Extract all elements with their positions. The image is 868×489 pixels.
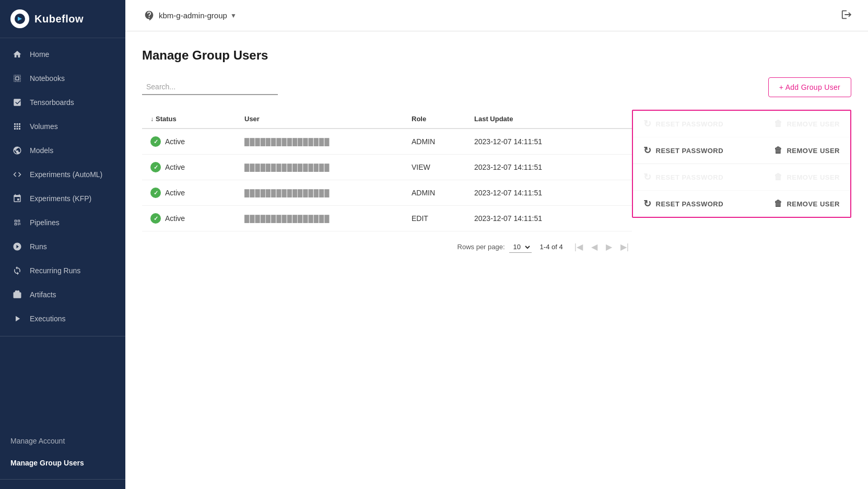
search-input[interactable] (142, 79, 278, 95)
remove-user-label: REMOVE USER (787, 200, 840, 208)
trash-icon: 🗑 (774, 119, 783, 129)
reset-password-button[interactable]: ↻ RESET PASSWORD (643, 198, 723, 209)
status-dot (150, 188, 161, 198)
reset-password-button: ↻ RESET PASSWORD (643, 118, 723, 130)
last-update-cell: 2023-12-07 14:11:51 (466, 206, 632, 231)
action-row: ↻ RESET PASSWORD 🗑 REMOVE USER (633, 191, 850, 217)
user-email: ████████████████ (244, 164, 330, 171)
last-update-value: 2023-12-07 14:11:51 (474, 163, 542, 171)
sidebar-item-artifacts[interactable]: Artifacts (0, 283, 125, 307)
actions-panel: ↻ RESET PASSWORD 🗑 REMOVE USER ↻ RESET P… (632, 110, 851, 218)
sidebar-item-runs-label: Runs (30, 242, 47, 251)
sidebar-item-pipelines[interactable]: Pipelines (0, 211, 125, 235)
sidebar-item-models-label: Models (30, 146, 53, 155)
remove-user-label: REMOVE USER (787, 173, 840, 181)
remove-user-label: REMOVE USER (787, 120, 840, 128)
sidebar-item-manage-account[interactable]: Manage Account (0, 430, 125, 452)
status-cell: Active (142, 206, 236, 231)
reset-password-button[interactable]: ↻ RESET PASSWORD (643, 145, 723, 156)
table-row: Active ████████████████ ADMIN 2023-12-07… (142, 180, 632, 206)
rows-per-page-select[interactable]: 5 10 25 50 (509, 241, 532, 253)
prev-page-button[interactable]: ◀ (588, 240, 601, 254)
models-icon (12, 145, 22, 156)
sidebar-item-notebooks-label: Notebooks (30, 74, 65, 83)
role-cell: EDIT (403, 206, 466, 231)
home-icon (12, 49, 22, 60)
next-page-button[interactable]: ▶ (603, 240, 615, 254)
status-label: Active (165, 163, 185, 171)
sidebar-item-executions-label: Executions (30, 315, 65, 323)
last-update-cell: 2023-12-07 14:11:51 (466, 129, 632, 155)
reset-password-label: RESET PASSWORD (656, 173, 724, 181)
sidebar-logo: Kubeflow (0, 0, 125, 38)
sidebar-item-volumes-label: Volumes (30, 122, 58, 131)
reset-password-label: RESET PASSWORD (656, 120, 724, 128)
role-label: VIEW (412, 163, 430, 171)
table-row: Active ████████████████ ADMIN 2023-12-07… (142, 129, 632, 155)
last-update-value: 2023-12-07 14:11:51 (474, 137, 542, 146)
experiments-automl-icon (12, 169, 22, 180)
sidebar-item-volumes[interactable]: Volumes (0, 114, 125, 138)
last-page-button[interactable]: ▶| (617, 240, 632, 254)
user-email: ████████████████ (244, 215, 330, 223)
logout-button[interactable] (838, 6, 855, 26)
trash-icon: 🗑 (774, 172, 783, 182)
namespace-label: kbm-g-admin-group (159, 11, 227, 20)
user-email: ████████████████ (244, 189, 330, 197)
status-dot (150, 136, 161, 147)
sidebar-item-models[interactable]: Models (0, 138, 125, 162)
status-cell: Active (142, 155, 236, 180)
status-dot (150, 213, 161, 224)
last-update-cell: 2023-12-07 14:11:51 (466, 180, 632, 206)
sidebar-item-tensorboards-label: Tensorboards (30, 98, 74, 107)
sidebar-item-experiments-automl[interactable]: Experiments (AutoML) (0, 162, 125, 187)
user-cell: ████████████████ (236, 206, 403, 231)
sidebar-bottom: Manage Account Manage Group Users (0, 426, 125, 489)
role-label: ADMIN (412, 189, 435, 197)
notebook-icon (12, 73, 22, 84)
sidebar-item-tensorboards[interactable]: Tensorboards (0, 90, 125, 114)
reset-icon: ↻ (643, 171, 652, 183)
page-info: 1-4 of 4 (540, 243, 563, 251)
sidebar-item-home[interactable]: Home (0, 42, 125, 66)
artifacts-icon (12, 289, 22, 300)
namespace-selector[interactable]: kbm-g-admin-group ▼ (138, 6, 242, 25)
page-title: Manage Group Users (142, 48, 851, 63)
remove-user-button[interactable]: 🗑 REMOVE USER (774, 199, 840, 208)
toolbar: + Add Group User (142, 77, 851, 97)
role-label: EDIT (412, 214, 428, 223)
role-cell: ADMIN (403, 180, 466, 206)
sidebar-divider (0, 336, 125, 336)
remove-user-button[interactable]: 🗑 REMOVE USER (774, 146, 840, 155)
experiments-kfp-icon (12, 193, 22, 204)
main-content: kbm-g-admin-group ▼ Manage Group Users +… (125, 0, 868, 489)
sidebar-item-manage-group-users[interactable]: Manage Group Users (0, 452, 125, 474)
table-actions-container: ↓ Status User Role Last Upd (142, 110, 851, 256)
namespace-icon (143, 9, 156, 22)
table-row: Active ████████████████ EDIT 2023-12-07 … (142, 206, 632, 231)
remove-user-button: 🗑 REMOVE USER (774, 172, 840, 182)
sidebar-item-experiments-kfp[interactable]: Experiments (KFP) (0, 187, 125, 211)
status-label: Active (165, 137, 185, 146)
rows-per-page: Rows per page: 5 10 25 50 (458, 241, 532, 253)
remove-user-button: 🗑 REMOVE USER (774, 119, 840, 129)
sidebar: Kubeflow Home Notebooks Tensorboards Vol… (0, 0, 125, 489)
sidebar-item-runs[interactable]: Runs (0, 235, 125, 259)
sidebar-item-recurring-runs-label: Recurring Runs (30, 266, 80, 275)
status-cell: Active (142, 129, 236, 155)
sidebar-item-executions[interactable]: Executions (0, 307, 125, 331)
sidebar-item-pipelines-label: Pipelines (30, 218, 60, 227)
first-page-button[interactable]: |◀ (571, 240, 586, 254)
executions-icon (12, 313, 22, 324)
users-table: ↓ Status User Role Last Upd (142, 110, 632, 256)
page-navigation: |◀ ◀ ▶ ▶| (571, 240, 632, 254)
trash-icon: 🗑 (774, 146, 783, 155)
sidebar-item-notebooks[interactable]: Notebooks (0, 66, 125, 90)
role-cell: VIEW (403, 155, 466, 180)
status-column-header[interactable]: ↓ Status (150, 115, 228, 123)
status-label: Active (165, 214, 185, 223)
reset-password-button: ↻ RESET PASSWORD (643, 171, 723, 183)
sidebar-item-recurring-runs[interactable]: Recurring Runs (0, 259, 125, 283)
add-group-user-button[interactable]: + Add Group User (768, 77, 851, 97)
last-update-value: 2023-12-07 14:11:51 (474, 189, 542, 197)
